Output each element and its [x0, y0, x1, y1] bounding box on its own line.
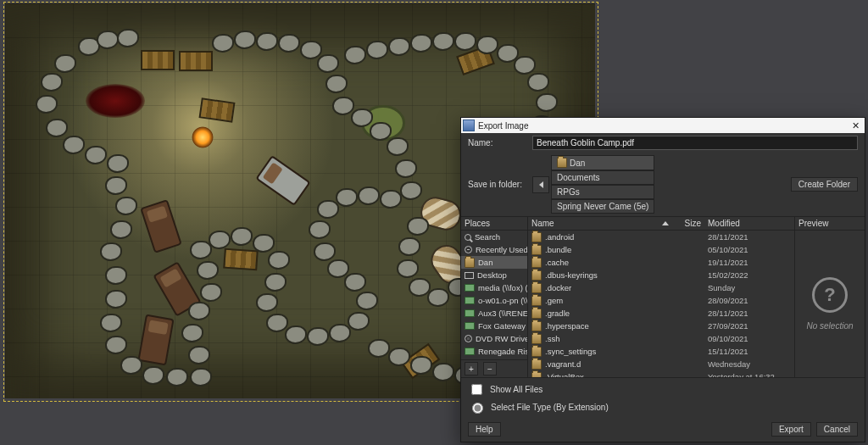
- files-header-size[interactable]: Size: [672, 217, 704, 230]
- file-modified: Sunday: [708, 283, 791, 292]
- places-item[interactable]: media (\\fox) (M:): [461, 281, 527, 294]
- file-name: .gem: [545, 296, 676, 305]
- file-row[interactable]: .android28/11/2021: [528, 231, 794, 243]
- files-list: .android28/11/2021.bundle05/10/2021.cach…: [528, 231, 794, 377]
- file-row[interactable]: .gradle28/11/2021: [528, 307, 794, 320]
- map-prop-crate: [179, 51, 213, 71]
- file-row[interactable]: .gem28/09/2021: [528, 294, 794, 307]
- places-panel: Places SearchRecently UsedDanDesktopmedi…: [461, 217, 528, 377]
- file-row[interactable]: .cache19/11/2021: [528, 256, 794, 269]
- preview-panel: Preview ? No selection: [794, 217, 865, 377]
- file-modified: Yesterday at 16:32: [708, 372, 791, 377]
- search-icon: [465, 234, 471, 241]
- add-bookmark-button[interactable]: +: [465, 362, 478, 375]
- cancel-button[interactable]: Cancel: [816, 422, 858, 437]
- select-file-type-radio[interactable]: [472, 403, 483, 414]
- map-prop-campfire: [192, 126, 214, 148]
- drive-icon: [465, 322, 475, 330]
- places-item[interactable]: Desktop: [461, 269, 527, 281]
- file-modified: 28/11/2021: [708, 309, 791, 318]
- show-all-files-checkbox[interactable]: [471, 384, 482, 395]
- places-item[interactable]: DVD RW Drive (F:): [461, 332, 527, 345]
- close-button[interactable]: ✕: [848, 120, 863, 131]
- breadcrumb-segment[interactable]: Dan: [551, 155, 654, 170]
- places-item[interactable]: Renegade Risky (E:): [461, 345, 527, 358]
- file-name: .hyperspace: [545, 321, 676, 331]
- places-item[interactable]: Fox Gateway (\\RE...: [461, 320, 527, 332]
- breadcrumb: DanDocumentsRPGsSpring Never Came (5e): [532, 155, 786, 214]
- places-item[interactable]: Recently Used: [461, 243, 527, 256]
- app-icon: [463, 120, 475, 131]
- places-item[interactable]: Dan: [461, 256, 527, 269]
- file-row[interactable]: .vagrant.dWednesday: [528, 358, 794, 370]
- breadcrumb-segment[interactable]: Documents: [551, 170, 654, 185]
- places-item-label: Renegade Risky (E:): [478, 347, 527, 356]
- path-back-button[interactable]: [532, 176, 549, 193]
- drive-icon: [465, 309, 475, 317]
- folder-icon: [531, 359, 542, 370]
- name-label: Name:: [468, 138, 527, 147]
- file-modified: 05/10/2021: [708, 245, 791, 254]
- breadcrumb-label: Spring Never Came (5e): [557, 202, 648, 211]
- filename-input[interactable]: [532, 136, 858, 150]
- file-name: .cache: [545, 258, 676, 267]
- remove-bookmark-button[interactable]: −: [483, 362, 497, 375]
- files-header-modified[interactable]: Modified: [704, 217, 794, 230]
- file-name: .dbus-keyrings: [545, 270, 676, 280]
- file-modified: 15/02/2022: [708, 270, 791, 280]
- show-all-files-label: Show All Files: [490, 385, 542, 394]
- folder-icon: [557, 158, 567, 168]
- files-header-name-label: Name: [531, 219, 554, 228]
- places-item[interactable]: Search: [461, 231, 527, 243]
- places-item-label: Search: [475, 232, 500, 242]
- files-header-row: Name Size Modified: [528, 217, 794, 231]
- places-item-label: Dan: [478, 258, 492, 267]
- places-item-label: Desktop: [477, 270, 507, 280]
- file-row[interactable]: .ssh09/10/2021: [528, 332, 794, 345]
- file-row[interactable]: .dockerSunday: [528, 281, 794, 294]
- create-folder-button[interactable]: Create Folder: [791, 177, 858, 192]
- folder-icon: [531, 245, 542, 255]
- file-row[interactable]: .hyperspace27/09/2021: [528, 320, 794, 332]
- places-item[interactable]: o-w01.o-pn (\\REN...: [461, 294, 527, 307]
- file-row[interactable]: .dbus-keyrings15/02/2022: [528, 269, 794, 281]
- export-dialog: Export Image ✕ Name: Save in folder: Dan…: [460, 117, 865, 442]
- folder-icon: [465, 258, 475, 268]
- dialog-titlebar[interactable]: Export Image ✕: [461, 118, 865, 133]
- chevron-left-icon: [539, 181, 543, 188]
- folder-icon: [531, 334, 542, 344]
- drive-icon: [465, 348, 475, 355]
- map-prop-crate: [141, 50, 175, 70]
- file-row[interactable]: .sync_settings15/11/2021: [528, 345, 794, 358]
- places-item-label: Aux3 (\\RENEGADE...: [478, 309, 527, 318]
- places-item-label: DVD RW Drive (F:): [476, 334, 527, 343]
- places-header[interactable]: Places: [461, 217, 527, 231]
- clock-icon: [465, 246, 472, 253]
- file-name: .bundle: [545, 245, 676, 254]
- show-all-files-option[interactable]: Show All Files: [468, 381, 858, 398]
- folder-icon: [531, 372, 542, 378]
- places-item-label: media (\\fox) (M:): [478, 283, 527, 292]
- file-name: .ssh: [545, 334, 676, 343]
- file-name: .docker: [545, 283, 676, 292]
- breadcrumb-segment[interactable]: Spring Never Came (5e): [551, 199, 654, 214]
- places-item[interactable]: Aux3 (\\RENEGADE...: [461, 307, 527, 320]
- file-modified: Wednesday: [708, 359, 791, 369]
- export-button[interactable]: Export: [771, 422, 811, 437]
- map-prop-blood: [86, 84, 145, 118]
- places-list: SearchRecently UsedDanDesktopmedia (\\fo…: [461, 231, 527, 359]
- select-file-type-option[interactable]: Select File Type (By Extension): [468, 400, 858, 414]
- no-preview-icon: ?: [812, 277, 848, 313]
- file-row[interactable]: .VirtualBoxYesterday at 16:32: [528, 370, 794, 377]
- file-modified: 28/09/2021: [708, 296, 791, 305]
- folder-icon: [531, 258, 542, 268]
- file-row[interactable]: .bundle05/10/2021: [528, 243, 794, 256]
- files-header-name[interactable]: Name: [528, 217, 672, 230]
- sort-asc-icon: [662, 221, 669, 225]
- file-modified: 19/11/2021: [708, 258, 791, 267]
- drive-icon: [465, 297, 475, 304]
- preview-header: Preview: [795, 217, 865, 231]
- breadcrumb-segment[interactable]: RPGs: [551, 185, 654, 199]
- help-button[interactable]: Help: [468, 422, 501, 437]
- folder-icon: [531, 296, 542, 306]
